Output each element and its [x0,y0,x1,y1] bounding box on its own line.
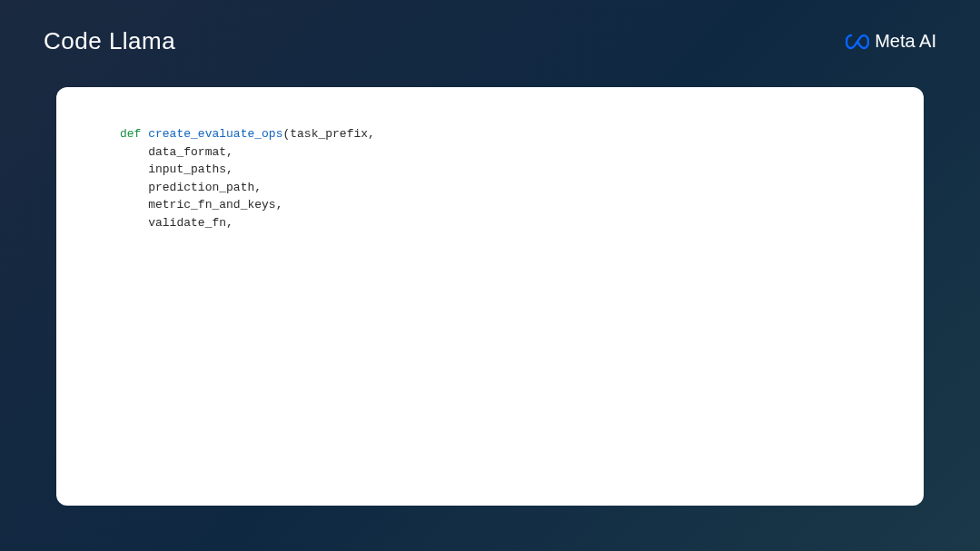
code-line-param: validate_fn, [120,214,860,232]
code-line-param: data_format, [120,143,860,162]
code-line-param: metric_fn_and_keys, [120,196,860,214]
code-param: task_prefix, [290,127,375,141]
code-param: metric_fn_and_keys, [148,198,282,212]
code-param: validate_fn, [148,216,233,230]
meta-infinity-icon [846,34,869,50]
header: Code Llama Meta AI [44,27,936,55]
code-param: data_format, [148,145,233,159]
code-panel: def create_evaluate_ops(task_prefix, dat… [56,87,924,506]
code-content: def create_evaluate_ops(task_prefix, dat… [120,125,860,231]
page-title: Code Llama [44,27,175,55]
code-param: input_paths, [148,162,233,176]
code-line-param: prediction_path, [120,179,860,197]
code-line-def: def create_evaluate_ops(task_prefix, [120,125,860,143]
code-line-param: input_paths, [120,161,860,179]
brand-logo: Meta AI [846,31,936,52]
brand-text: Meta AI [875,31,936,52]
code-keyword: def [120,127,148,141]
code-param: prediction_path, [148,181,262,194]
code-function-name: create_evaluate_ops [148,127,282,141]
